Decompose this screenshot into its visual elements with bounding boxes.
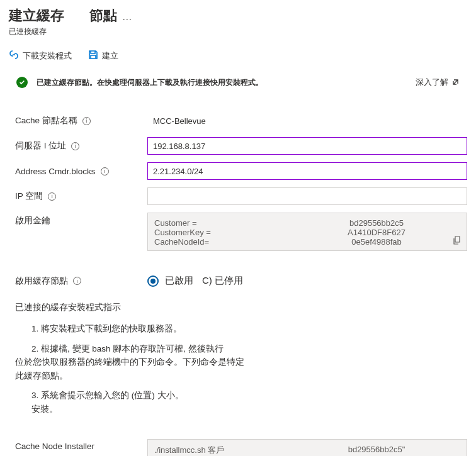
row-cache-name: Cache 節點名稱 i	[15, 112, 467, 130]
row-ip-space: IP 空間 i	[15, 187, 467, 205]
row-installer: Cache Node Installer ./installmcc.sh 客戶b…	[15, 439, 467, 456]
instructions-heading: 已連接的緩存安裝程式指示	[15, 302, 467, 313]
info-icon[interactable]: i	[48, 192, 56, 201]
success-banner: 已建立緩存節點。在快處理伺服器上下載及執行連接快用安裝程式。 深入了解	[9, 70, 467, 94]
ip-space-label: IP 空間	[15, 191, 43, 202]
info-icon[interactable]: i	[82, 117, 91, 125]
server-ip-label: 伺服器 I 位址	[15, 140, 66, 152]
val-customer: bd29556bb2c5	[293, 218, 460, 228]
create-label: 建立	[102, 50, 118, 62]
step-2-line2: 位於您快取服務器的終端機中的下列命令。下列命令是特定	[15, 355, 467, 369]
step-3: 3. 系統會提示您輸入您的 (位置) 大小。	[31, 389, 467, 403]
step-3-line2: 安裝。	[31, 403, 467, 416]
val-cachenodeid: 0e5ef4988fab	[293, 237, 460, 247]
activation-keys-box: Customer =bd29556bb2c5 CustomerKey =A141…	[147, 213, 467, 251]
address-blocks-input[interactable]	[147, 162, 467, 180]
inst-v0: bd29556bb2c5"	[293, 445, 460, 456]
ellipsis-icon[interactable]: …	[122, 11, 132, 22]
inst-k0: ./installmcc.sh 客戶	[154, 445, 293, 456]
page-header: 建立緩存 節點 …	[9, 6, 467, 25]
learn-more-label: 深入了解	[416, 77, 448, 88]
toolbar: 下載安裝程式 建立	[9, 46, 467, 70]
check-circle-icon	[16, 77, 28, 88]
address-blocks-label: Address Cmdr.blocks	[15, 167, 96, 176]
row-enable-cache: 啟用緩存節點 i 已啟用 C) 已停用	[15, 275, 467, 287]
instructions-steps: 1. 將安裝程式下載到您的快取服務器。 2. 根據檔, 變更 bash 腳本的存…	[15, 322, 467, 416]
step-2: 2. 根據檔, 變更 bash 腳本的存取許可權, 然後執行	[31, 342, 467, 356]
info-icon[interactable]: i	[71, 142, 79, 150]
learn-more-link[interactable]: 深入了解	[416, 77, 460, 88]
copy-icon[interactable]	[453, 236, 462, 247]
row-activation-keys: 啟用金鑰 Customer =bd29556bb2c5 CustomerKey …	[15, 213, 467, 251]
radio-enabled[interactable]	[147, 275, 159, 287]
radio-enabled-label: 已啟用	[165, 275, 193, 287]
download-installer-label: 下載安裝程式	[23, 50, 72, 62]
banner-message: 已建立緩存節點。在快處理伺服器上下載及執行連接快用安裝程式。	[37, 77, 407, 88]
row-server-ip: 伺服器 I 位址 i	[15, 137, 467, 155]
step-2-line3: 此緩存節點。	[15, 369, 467, 383]
activation-keys-label: 啟用金鑰	[15, 215, 50, 226]
create-button[interactable]: 建立	[88, 50, 118, 62]
info-icon[interactable]: i	[73, 277, 81, 285]
info-icon[interactable]: i	[101, 167, 109, 175]
external-link-icon	[452, 78, 460, 87]
key-cachenodeid: CacheNodeId=	[154, 237, 293, 247]
step-1: 1. 將安裝程式下載到您的快取服務器。	[31, 322, 467, 336]
cache-name-input[interactable]	[147, 112, 467, 130]
link-icon	[9, 50, 19, 62]
installer-box: ./installmcc.sh 客戶bd29556bb2c5" cachenod…	[147, 439, 467, 456]
installer-label: Cache Node Installer	[15, 442, 94, 451]
cache-name-label: Cache 節點名稱	[15, 115, 77, 126]
ip-space-input[interactable]	[147, 187, 467, 205]
save-icon	[88, 50, 98, 62]
page-caption: 已連接緩存	[9, 26, 467, 37]
page-title: 建立緩存	[9, 6, 64, 25]
row-address-blocks: Address Cmdr.blocks i	[15, 162, 467, 180]
radio-disabled-label: C) 已停用	[202, 275, 243, 287]
server-ip-input[interactable]	[147, 137, 467, 155]
enable-cache-label: 啟用緩存節點	[15, 275, 68, 287]
page-subtitle: 節點	[89, 8, 117, 23]
val-customerkey: A1410DF8F627	[293, 228, 460, 237]
key-customerkey: CustomerKey =	[154, 228, 293, 237]
key-customer: Customer =	[154, 218, 293, 228]
download-installer-button[interactable]: 下載安裝程式	[9, 50, 72, 62]
